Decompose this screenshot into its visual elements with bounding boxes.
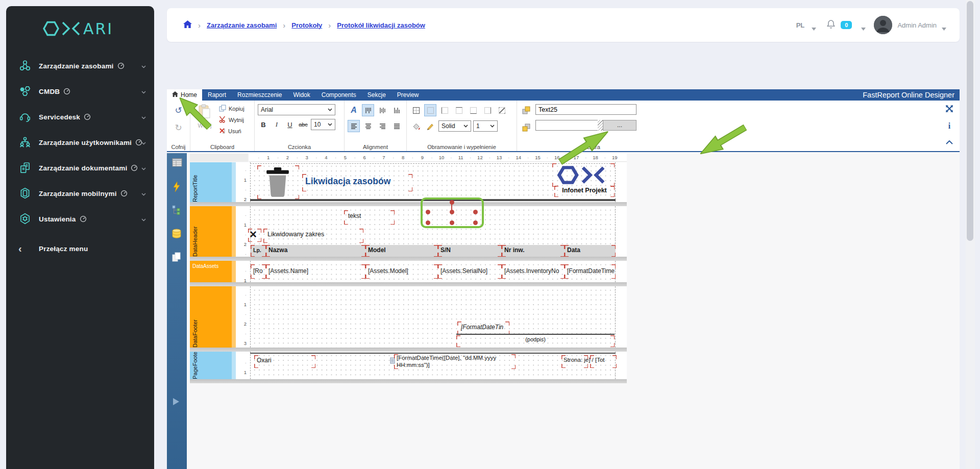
tab-widok[interactable]: Widok (287, 89, 315, 101)
redo-button[interactable]: ↻ (173, 121, 185, 134)
border-none-button[interactable] (424, 104, 436, 116)
breadcrumb-link-protokoly[interactable]: Protokoły (291, 21, 322, 29)
chevron-down-icon[interactable] (861, 23, 866, 27)
border-edit-button[interactable] (496, 104, 508, 116)
chevron-down-icon[interactable] (942, 23, 946, 27)
font-size-select[interactable]: 10 (311, 119, 335, 130)
band-label-pagefooter[interactable]: PageFooter (190, 352, 236, 379)
copy-button[interactable]: Kopiuj (219, 104, 244, 113)
tab-preview[interactable]: Preview (391, 89, 425, 101)
extra-value-input[interactable] (535, 120, 598, 131)
avatar[interactable] (874, 16, 892, 34)
bring-to-front-button[interactable] (520, 104, 532, 116)
selection-handle[interactable] (473, 220, 478, 225)
user-name[interactable]: Admin Admin (897, 21, 937, 29)
align-center-button[interactable] (362, 120, 374, 132)
fill-color-button[interactable] (410, 120, 422, 132)
border-all-button[interactable] (410, 104, 422, 116)
border-style-select[interactable]: Solid (438, 120, 471, 132)
valign-bottom-button[interactable] (390, 104, 403, 116)
selection-handle[interactable] (450, 210, 454, 214)
line-color-button[interactable] (424, 120, 436, 132)
tab-components[interactable]: Components (316, 89, 362, 101)
band-separator[interactable] (190, 348, 627, 352)
bold-button[interactable]: B (258, 119, 269, 130)
selection-handle[interactable] (450, 220, 454, 225)
company-logo-element[interactable] (554, 164, 611, 188)
underline-button[interactable]: U (284, 119, 296, 130)
send-to-back-button[interactable] (520, 121, 532, 134)
chevron-down-icon[interactable] (812, 23, 816, 27)
band-label-dataheader[interactable]: DataHeader (190, 206, 236, 257)
fullscreen-icon[interactable] (945, 105, 953, 115)
italic-button[interactable]: I (271, 119, 282, 130)
cut-button[interactable]: Wytnij (219, 115, 244, 125)
report-pages-icon[interactable] (172, 252, 182, 262)
band-separator[interactable] (190, 282, 627, 286)
paste-button[interactable]: Wklej (193, 104, 216, 142)
selection-handle[interactable] (450, 200, 454, 205)
home-icon[interactable] (183, 20, 192, 30)
scrollbar-thumb[interactable] (967, 1, 973, 241)
tab-rozmieszczenie[interactable]: Rozmieszczenie (232, 89, 287, 101)
sidebar-item-cmdb[interactable]: CMDB (6, 79, 154, 104)
font-style-button[interactable]: A (348, 104, 360, 116)
tab-sekcje[interactable]: Sekcje (362, 89, 391, 101)
element-name-input[interactable] (535, 104, 636, 115)
band-separator[interactable] (190, 202, 627, 206)
band-separator[interactable] (190, 379, 627, 383)
sidebar-item-zarzadzanie-uzytkownikami[interactable]: Zarządzanie użytkownikami (6, 130, 154, 155)
band-label-datafooter[interactable]: DataFooter (190, 286, 236, 348)
sidebar-item-ustawienia[interactable]: Ustawienia (6, 206, 154, 232)
sidebar-toggle-menu[interactable]: ‹ Przełącz menu (6, 236, 154, 261)
tab-home[interactable]: Home (167, 89, 202, 101)
border-left-button[interactable] (438, 104, 451, 116)
border-width-select[interactable]: 1 (473, 120, 498, 132)
undo-button[interactable]: ↺ (173, 104, 185, 116)
trash-image-element[interactable] (260, 167, 295, 200)
sidebar-item-zarzadzanie-zasobami[interactable]: Zarządzanie zasobami (6, 53, 154, 79)
sidebar-item-zarzadzanie-dokumentami[interactable]: Zarządzanie dokumentami (6, 155, 154, 181)
align-right-button[interactable] (376, 120, 388, 132)
valign-top-button[interactable] (362, 104, 374, 116)
section-label-text[interactable]: Likwidowany zakres (267, 231, 324, 238)
delete-button[interactable]: Usuń (219, 127, 244, 136)
x-marker-element[interactable]: ✕ (249, 229, 257, 240)
breadcrumb-link-current[interactable]: Protokół likwidacji zasobów (337, 21, 425, 29)
signature-line-element[interactable] (456, 334, 615, 335)
border-top-button[interactable] (453, 104, 465, 116)
page-scrollbar[interactable] (966, 0, 975, 469)
bell-icon[interactable] (826, 19, 836, 31)
selection-handle[interactable] (473, 210, 478, 214)
align-justify-button[interactable] (390, 120, 403, 132)
footer-top-line-element[interactable] (250, 353, 616, 354)
footer-datetime-text[interactable]: [FormatDateTime([Date], "dd.MM.yyyy HH:m… (397, 355, 513, 368)
font-family-select[interactable]: Arial (258, 104, 335, 115)
run-preview-icon[interactable] (173, 398, 180, 408)
events-icon[interactable] (172, 182, 182, 192)
report-tree-icon[interactable] (172, 205, 182, 215)
align-left-button[interactable] (348, 120, 360, 132)
sidebar-item-servicedesk[interactable]: Servicedesk (6, 104, 154, 130)
signature-caption-text[interactable]: (podpis) (456, 336, 615, 342)
tekst-text-element[interactable]: tekst (348, 212, 361, 219)
info-icon[interactable]: i (948, 122, 950, 130)
language-selector[interactable]: PL (796, 21, 805, 29)
sidebar-item-zarzadzanie-mobilnymi[interactable]: Zarządzanie mobilnymi (6, 181, 154, 206)
strikethrough-button[interactable]: abc (298, 119, 309, 130)
line-element[interactable] (250, 199, 616, 201)
selection-handle[interactable] (426, 210, 430, 214)
tab-raport[interactable]: Raport (202, 89, 232, 101)
valign-center-button[interactable] (376, 104, 388, 116)
breadcrumb-link-zasoby[interactable]: Zarządzanie zasobami (207, 21, 277, 29)
properties-panel-icon[interactable] (172, 158, 182, 168)
border-bottom-button[interactable] (467, 104, 479, 116)
footer-page-number-text[interactable]: Strona: je] / [Tot (564, 357, 616, 363)
report-title-text[interactable]: Likwidacja zasobów (305, 176, 390, 187)
collapse-ribbon-icon[interactable] (946, 137, 953, 146)
band-label-reporttitle[interactable]: ReportTitle (190, 162, 236, 202)
band-label-dataassets[interactable]: DataAssets (190, 261, 236, 282)
notification-badge[interactable]: 0 (841, 21, 852, 29)
footer-expression-text[interactable]: [FormatDateTin (461, 324, 503, 331)
band-separator[interactable] (190, 257, 627, 261)
